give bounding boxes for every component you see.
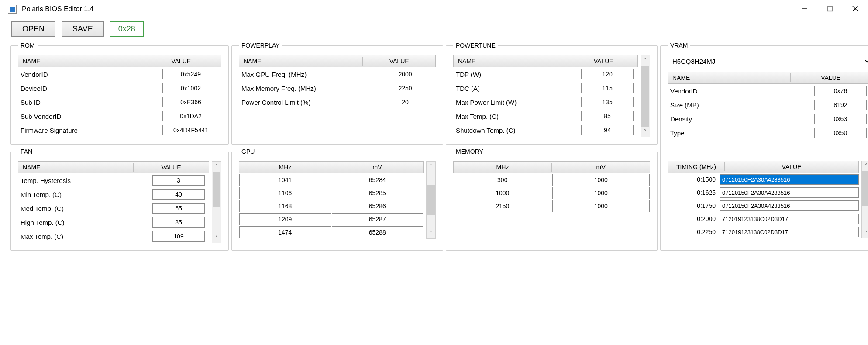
svg-rect-1 <box>828 7 833 11</box>
vram-value[interactable]: 0x76 <box>814 86 867 96</box>
fan-value[interactable]: 109 <box>152 231 205 242</box>
gpu-mhz[interactable]: 1168 <box>239 200 331 212</box>
vram-row: Density0x63 <box>668 112 868 126</box>
gpu-mhz[interactable]: 1209 <box>239 213 331 225</box>
timing-header-timing: TIMING (MHz) <box>668 162 725 171</box>
powertune-value[interactable]: 120 <box>581 69 634 79</box>
timing-row: 0:2000712019123138C02D3D17 <box>668 212 859 225</box>
timing-row: 0:150007120150F2A30A4283516 <box>668 173 859 186</box>
powertune-row: Max Power Limit (W)135 <box>453 95 638 109</box>
memory-row: 21501000 <box>453 200 650 213</box>
rom-value[interactable]: 0x1DA2 <box>162 111 219 121</box>
scroll-up-icon[interactable]: ˄ <box>862 161 868 171</box>
memory-mhz[interactable]: 300 <box>454 174 551 186</box>
timing-value[interactable]: 07120150F2A30A4283516 <box>720 200 859 211</box>
fan-name: Min Temp. (C) <box>18 191 148 198</box>
fan-value[interactable]: 3 <box>152 175 205 186</box>
vram-row: Size (MB)8192 <box>668 98 868 112</box>
timing-label: 0:1750 <box>668 202 720 209</box>
scroll-thumb[interactable] <box>213 172 220 207</box>
powerplay-value[interactable]: 20 <box>379 97 431 107</box>
scroll-down-icon[interactable]: ˅ <box>427 229 435 238</box>
gpu-mv[interactable]: 65288 <box>332 226 424 238</box>
rom-row: Sub ID0xE366 <box>18 95 221 109</box>
scroll-thumb[interactable] <box>641 66 649 127</box>
gpu-scrollbar[interactable]: ˄ ˅ <box>426 161 436 239</box>
gpu-mhz[interactable]: 1474 <box>239 226 331 238</box>
minimize-button[interactable] <box>792 0 817 17</box>
rom-value[interactable]: 0x5249 <box>162 69 219 79</box>
save-button[interactable]: SAVE <box>62 21 104 37</box>
gpu-group: GPU MHz mV 10416528411066528511686528612… <box>231 148 443 251</box>
close-button[interactable] <box>843 0 868 17</box>
powerplay-name: Power Control Limit (%) <box>239 99 375 106</box>
memory-mhz[interactable]: 1000 <box>454 187 551 199</box>
fan-value[interactable]: 40 <box>152 189 205 200</box>
gpu-row: 120965287 <box>239 213 424 226</box>
checksum-status: 0x28 <box>110 21 144 37</box>
rom-row: Sub VendorID0x1DA2 <box>18 109 221 123</box>
memory-mv[interactable]: 1000 <box>552 174 650 186</box>
scroll-up-icon[interactable]: ˄ <box>427 162 435 171</box>
fan-row: High Temp. (C)85 <box>18 215 209 229</box>
powerplay-value[interactable]: 2000 <box>379 69 431 79</box>
vram-value[interactable]: 0x50 <box>814 128 867 138</box>
gpu-row: 147465288 <box>239 226 424 239</box>
powerplay-group: POWERPLAY NAME VALUE Max GPU Freq. (MHz)… <box>231 42 443 145</box>
vram-name: VendorID <box>668 87 810 95</box>
gpu-mv[interactable]: 65286 <box>332 200 424 212</box>
powertune-scrollbar[interactable]: ˄ ˅ <box>641 55 650 137</box>
powerplay-header-value: VALUE <box>363 57 435 66</box>
fan-row: Min Temp. (C)40 <box>18 187 209 201</box>
gpu-mv[interactable]: 65287 <box>332 213 424 225</box>
scroll-up-icon[interactable]: ˄ <box>212 162 221 171</box>
memory-row: 3001000 <box>453 173 650 186</box>
powertune-name: Max Power Limit (W) <box>453 99 577 106</box>
maximize-button[interactable] <box>817 0 843 17</box>
powertune-value[interactable]: 94 <box>581 125 634 135</box>
rom-value[interactable]: 0xE366 <box>162 97 219 107</box>
powertune-value[interactable]: 135 <box>581 97 634 107</box>
scroll-thumb[interactable] <box>427 185 435 215</box>
fan-scrollbar[interactable]: ˄ ˅ <box>212 161 221 243</box>
powerplay-value[interactable]: 2250 <box>379 83 431 93</box>
gpu-mv[interactable]: 65285 <box>332 187 424 199</box>
gpu-mhz[interactable]: 1041 <box>239 174 331 186</box>
open-button[interactable]: OPEN <box>11 21 55 37</box>
rom-row: VendorID0x5249 <box>18 67 221 81</box>
memory-mhz[interactable]: 2150 <box>454 200 551 212</box>
vram-value[interactable]: 0x63 <box>814 114 867 124</box>
timing-value[interactable]: 07120150F2A30A4283516 <box>720 174 859 185</box>
rom-row: Firmware Signature0x4D4F5441 <box>18 123 221 137</box>
scroll-thumb[interactable] <box>862 171 868 206</box>
scroll-down-icon[interactable]: ˅ <box>641 127 650 137</box>
powertune-row: Shutdown Temp. (C)94 <box>453 123 638 137</box>
scroll-up-icon[interactable]: ˄ <box>641 55 650 65</box>
memory-mv[interactable]: 1000 <box>552 200 650 212</box>
rom-header-value: VALUE <box>141 57 221 66</box>
gpu-mv[interactable]: 65284 <box>332 174 424 186</box>
vram-row: VendorID0x76 <box>668 84 868 98</box>
timing-scrollbar[interactable]: ˄ ˅ <box>861 161 868 238</box>
fan-header-value: VALUE <box>134 163 209 172</box>
fan-row: Temp. Hysteresis3 <box>18 173 209 187</box>
rom-legend: ROM <box>18 42 38 49</box>
timing-value[interactable]: 712019123138C02D3D17 <box>720 227 859 237</box>
timing-value[interactable]: 712019123138C02D3D17 <box>720 214 859 224</box>
scroll-down-icon[interactable]: ˅ <box>212 233 221 243</box>
gpu-mhz[interactable]: 1106 <box>239 187 331 199</box>
rom-value[interactable]: 0x1002 <box>162 83 219 93</box>
vram-module-select[interactable]: H5GQ8H24MJ <box>668 55 868 67</box>
rom-value[interactable]: 0x4D4F5441 <box>162 125 219 135</box>
scroll-down-icon[interactable]: ˅ <box>862 228 868 238</box>
vram-name: Type <box>668 129 810 137</box>
memory-mv[interactable]: 1000 <box>552 187 650 199</box>
powertune-value[interactable]: 85 <box>581 111 634 121</box>
fan-value[interactable]: 65 <box>152 203 205 214</box>
powertune-value[interactable]: 115 <box>581 83 634 93</box>
fan-name: Med Temp. (C) <box>18 205 148 212</box>
fan-value[interactable]: 85 <box>152 217 205 228</box>
vram-value[interactable]: 8192 <box>814 100 867 110</box>
timing-value[interactable]: 07120150F2A30A4283516 <box>720 187 859 198</box>
gpu-legend: GPU <box>239 148 257 155</box>
